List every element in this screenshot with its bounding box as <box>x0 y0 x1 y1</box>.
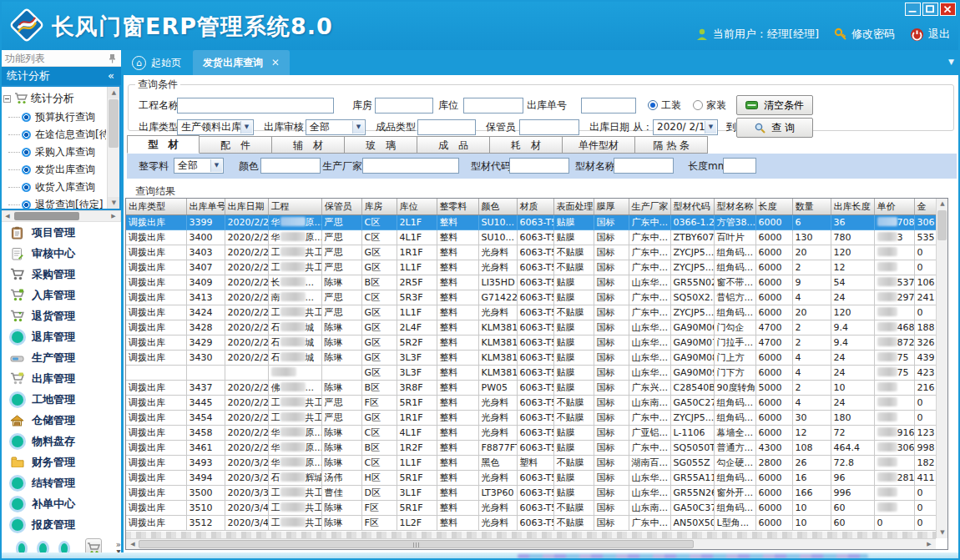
material-tab-配件[interactable]: 配 件 <box>200 136 272 154</box>
table-row[interactable]: 调拨出库33992020/2/25华原...严思C区2L1F整料SU10...6… <box>126 215 936 230</box>
column-header-数量[interactable]: 数量 <box>792 199 831 215</box>
profile-code-input[interactable] <box>509 158 569 174</box>
column-header-整零料[interactable]: 整零料 <box>437 199 478 215</box>
scroll-left-icon[interactable] <box>127 539 139 550</box>
column-header-保管员[interactable]: 保管员 <box>321 199 361 215</box>
column-header-膜厚[interactable]: 膜厚 <box>594 199 629 215</box>
sidebar-item-仓储管理[interactable]: 仓储管理 <box>0 410 121 431</box>
sidebar-item-出库管理[interactable]: 出库管理 <box>0 368 121 389</box>
table-row[interactable]: 调拨出库35102020/3/4工共工程陈琳F区5R1F整料光身料6063-T5… <box>126 501 936 516</box>
table-row[interactable]: 调拨出库34372020/2/27佛...陈琳B区3R8F整料PW056063-… <box>126 381 936 396</box>
scroll-left-icon[interactable] <box>2 211 13 222</box>
tree-vertical-scrollbar[interactable] <box>107 87 119 209</box>
product-type-input[interactable] <box>417 119 476 135</box>
location-input[interactable] <box>463 98 523 114</box>
tab-home[interactable]: ⌂ 起始页 <box>124 50 193 75</box>
table-row[interactable]: 调拨出库34932020/3/2华原...陈琳C区1L1F整料黑色塑料不贴膜国标… <box>126 456 936 471</box>
tree-item-采购入库查询[interactable]: 采购入库查询 <box>3 144 106 161</box>
table-row[interactable]: 调拨出库35002020/3/3工共工程曹佳D区3L1F整料LT3P606063… <box>126 486 936 501</box>
grid-vertical-scrollbar[interactable] <box>936 199 947 538</box>
sidebar-item-退货管理[interactable]: 退货管理 <box>0 305 121 326</box>
tree-item-预算执行查询[interactable]: 预算执行查询 <box>3 108 106 126</box>
sidebar-item-生产管理[interactable]: 生产管理 <box>0 347 121 368</box>
scroll-right-icon[interactable] <box>108 211 119 222</box>
date-from-select[interactable]: 2020/ 2/16 <box>653 119 718 135</box>
clear-conditions-button[interactable]: 清空条件 <box>736 95 813 115</box>
material-tab-成品[interactable]: 成 品 <box>417 136 490 154</box>
sidebar-item-财务管理[interactable]: 财务管理 <box>0 452 121 472</box>
table-row[interactable]: 调拨出库34032020/2/25工共工程严思G区1R1F整料光身料6063-T… <box>126 245 936 260</box>
radio-jiazhuang[interactable]: 家装 <box>693 97 726 114</box>
table-row[interactable]: 调拨出库34942020/3/2石辉城汤伟H区5R1F整料光身料6063-T5贴… <box>126 471 936 486</box>
sidebar-item-项目管理[interactable]: 项目管理 <box>0 222 121 243</box>
material-tab-玻璃[interactable]: 玻 璃 <box>345 136 417 154</box>
column-header-出库单号[interactable]: 出库单号 <box>186 199 225 215</box>
scrollbar-thumb[interactable] <box>139 540 694 548</box>
logout-button[interactable]: 退出 <box>910 27 950 42</box>
outbound-order-no-input[interactable] <box>581 98 636 114</box>
sidebar-item-补单中心[interactable]: 补单中心 <box>0 493 121 514</box>
tree-item-在途信息查询[待[interactable]: 在途信息查询[待 <box>3 126 106 144</box>
change-password-button[interactable]: 修改密码 <box>834 27 895 42</box>
table-row[interactable]: 调拨出库34282020/2/26石城陈琳G区2L4F整料KLM38176063… <box>126 320 936 335</box>
column-header-材质[interactable]: 材质 <box>517 199 553 215</box>
tree-collapse-icon[interactable] <box>3 95 11 103</box>
table-row[interactable]: 调拨出库34292020/2/26石城陈琳G区5R2F整料KLM38176063… <box>126 335 936 351</box>
scroll-down-icon[interactable] <box>937 527 948 538</box>
project-name-input[interactable] <box>177 98 334 114</box>
column-header-表面处理[interactable]: 表面处理 <box>553 199 594 215</box>
table-row[interactable]: G区3L3F整料KLM38176063-T5贴膜国标山东华...GA90M09.… <box>126 366 936 381</box>
sidebar-item-退库管理[interactable]: 退库管理 <box>0 326 121 347</box>
tree-item-发货出库查询[interactable]: 发货出库查询 <box>3 161 106 179</box>
column-header-出库长度[interactable]: 出库长度 <box>831 199 874 215</box>
outbound-type-select[interactable]: 生产领料出库 <box>177 119 254 135</box>
column-header-型材代码[interactable]: 型材代码 <box>670 199 714 215</box>
sidebar-item-采购管理[interactable]: 采购管理 <box>0 264 121 285</box>
table-row[interactable]: 调拨出库34452020/2/27工共工程严思F区5R1F整料光身料6063-T… <box>126 396 936 411</box>
table-row[interactable]: 调拨出库34542020/2/28工共工程严思G区1R1F整料光身料6063-T… <box>126 411 936 426</box>
whole-part-select[interactable]: 全部 <box>174 158 224 174</box>
warehouse-input[interactable] <box>375 98 433 114</box>
table-row[interactable]: 调拨出库34612020/2/28华原...陈琳B区1R2F整料F8877FT6… <box>126 441 936 456</box>
maximize-button[interactable] <box>922 3 938 16</box>
column-header-生产厂家[interactable]: 生产厂家 <box>629 199 670 215</box>
keeper-input[interactable] <box>519 119 579 135</box>
tab-close-icon[interactable]: ✕ <box>271 57 280 68</box>
tree-item-退货查询[待定][interactable]: 退货查询[待定] <box>3 196 106 209</box>
scroll-up-icon[interactable] <box>937 199 948 209</box>
material-tab-单件型材[interactable]: 单件型材 <box>563 136 635 154</box>
scrollbar-thumb[interactable] <box>937 210 947 240</box>
scrollbar-thumb[interactable] <box>109 99 119 148</box>
table-row[interactable]: 调拨出库34582020/2/28华原...陈琳C区4L1F整料光身料6063-… <box>126 426 936 441</box>
material-tab-辅材[interactable]: 辅 材 <box>272 136 345 154</box>
sidebar-item-物料盘存[interactable]: 物料盘存 <box>0 431 121 452</box>
sidebar-item-工地管理[interactable]: 工地管理 <box>0 389 121 410</box>
group-header-statistics[interactable]: 统计分析 <box>0 67 121 85</box>
tab-shipment-outbound-query[interactable]: 发货出库查询 ✕ <box>193 50 290 75</box>
close-button[interactable] <box>940 3 956 16</box>
table-row[interactable]: 调拨出库34302020/2/26石城陈琳G区3L3F整料KLM38176063… <box>126 351 936 366</box>
scroll-down-icon[interactable] <box>108 197 120 209</box>
radio-gongzhuang[interactable]: 工装 <box>648 97 681 114</box>
scroll-up-icon[interactable] <box>108 87 120 98</box>
scrollbar-thumb[interactable] <box>14 212 79 220</box>
outbound-audit-select[interactable]: 全部 <box>306 119 366 135</box>
material-tab-耗材[interactable]: 耗 材 <box>490 136 563 154</box>
column-header-库位[interactable]: 库位 <box>397 199 437 215</box>
grid-horizontal-scrollbar[interactable] <box>126 538 936 549</box>
tree-horizontal-scrollbar[interactable] <box>0 210 121 222</box>
profile-name-input[interactable] <box>614 158 674 174</box>
column-header-工程[interactable]: 工程 <box>268 199 321 215</box>
column-header-金[interactable]: 金 <box>914 199 936 215</box>
minimize-button[interactable] <box>905 3 921 16</box>
sidebar-item-结转管理[interactable]: 结转管理 <box>0 472 121 493</box>
tab-overflow-icon[interactable] <box>948 58 954 66</box>
table-row[interactable]: 调拨出库34132020/2/26南...严思C区5R3F整料G71422606… <box>126 290 936 305</box>
table-row[interactable]: 调拨出库34092020/2/25长...陈琳B区2R5F整料LI35HD606… <box>126 275 936 290</box>
table-row[interactable]: 调拨出库34072020/2/25工共工程严思G区1L1F整料光身料6063-T… <box>126 260 936 275</box>
sidebar-item-报废管理[interactable]: 报废管理 <box>0 514 121 535</box>
column-header-出库日期[interactable]: 出库日期 <box>225 199 268 215</box>
column-header-型材名称[interactable]: 型材名称 <box>714 199 755 215</box>
column-header-库房[interactable]: 库房 <box>361 199 397 215</box>
scroll-right-icon[interactable] <box>923 539 935 550</box>
